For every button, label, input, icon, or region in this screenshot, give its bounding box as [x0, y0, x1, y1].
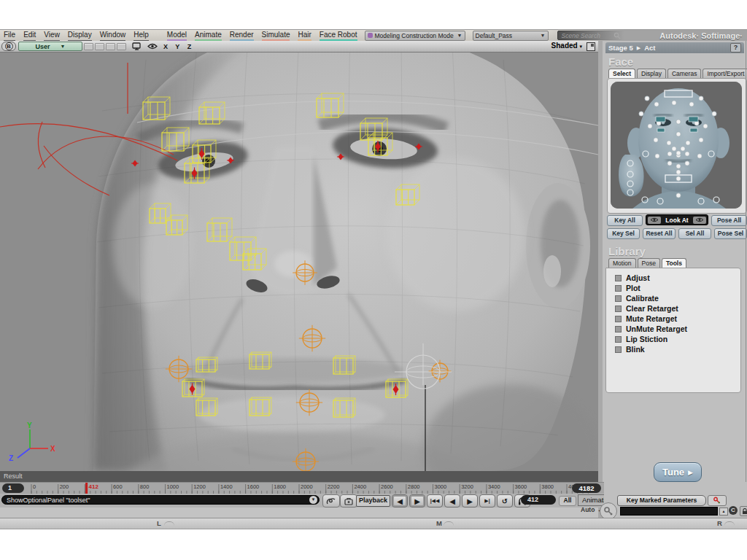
- control-box[interactable]: [333, 356, 355, 374]
- face-map-dot[interactable]: [712, 112, 716, 116]
- memo-cam-1[interactable]: [84, 43, 93, 50]
- rotate-gizmo[interactable]: [296, 389, 322, 416]
- face-map-dot[interactable]: [676, 132, 681, 136]
- viewport-maximize-icon[interactable]: [587, 42, 595, 51]
- face-map-dot[interactable]: [645, 96, 649, 101]
- library-item-lip-stiction[interactable]: Lip Stiction: [606, 334, 740, 344]
- face-map-controls[interactable]: [611, 82, 742, 209]
- face-map-bar-control[interactable]: [665, 90, 692, 97]
- control-box[interactable]: [360, 118, 387, 140]
- construction-mode-dropdown[interactable]: Modeling Construction Mode ▼: [365, 31, 465, 41]
- face-map-dot[interactable]: [685, 152, 689, 156]
- face-map-dot[interactable]: [648, 124, 652, 128]
- key-marked-parameters-button[interactable]: Key Marked Parameters: [617, 495, 706, 506]
- key-sel-button[interactable]: Key Sel: [607, 228, 640, 239]
- stage-bar[interactable]: Stage 5 ▶ Act ?: [605, 42, 744, 53]
- current-frame-field[interactable]: 412: [521, 495, 556, 505]
- viewport-camera-dropdown[interactable]: User ▼: [18, 42, 82, 51]
- library-item-clear-retarget[interactable]: Clear Retarget: [606, 303, 740, 314]
- library-tab-pose[interactable]: Pose: [638, 258, 660, 268]
- face-map-dot[interactable]: [655, 154, 659, 158]
- go-to-last-frame-button[interactable]: ▶|: [479, 494, 495, 508]
- control-box[interactable]: [207, 218, 232, 241]
- memo-cam-3[interactable]: [106, 43, 115, 50]
- face-map[interactable]: [611, 82, 742, 209]
- face-map-dot[interactable]: [703, 124, 708, 128]
- control-box[interactable]: [249, 352, 271, 369]
- face-map-dot[interactable]: [676, 151, 681, 155]
- face-map-dot[interactable]: [697, 154, 702, 158]
- face-map-ring[interactable]: [713, 197, 719, 203]
- frame-step-forward-button[interactable]: ▶: [409, 494, 425, 508]
- face-map-dot[interactable]: [676, 193, 681, 198]
- play-forward-button[interactable]: ▶: [462, 494, 478, 508]
- display-mode-dropdown[interactable]: Shaded ▾: [551, 42, 582, 50]
- menu-item-help[interactable]: Help: [133, 31, 149, 41]
- face-map-dot[interactable]: [672, 147, 676, 151]
- pose-sel-button[interactable]: Pose Sel: [714, 228, 747, 239]
- face-map-eyelid-control[interactable]: [657, 128, 665, 132]
- face-map-dot[interactable]: [681, 147, 685, 151]
- face-map-dot[interactable]: [654, 138, 658, 142]
- face-map-dot[interactable]: [676, 164, 681, 168]
- control-box[interactable]: [243, 249, 266, 270]
- face-map-dot[interactable]: [699, 138, 703, 142]
- red-dot-marker[interactable]: [131, 160, 139, 167]
- all-button[interactable]: All: [559, 496, 576, 506]
- library-item-unmute-retarget[interactable]: UnMute Retarget: [606, 324, 740, 334]
- rotate-gizmo[interactable]: [166, 356, 192, 382]
- menu-item-hair[interactable]: Hair: [298, 31, 311, 41]
- cycle-icon[interactable]: C: [729, 506, 738, 515]
- face-map-dot[interactable]: [685, 161, 689, 166]
- key-marked-key-icon[interactable]: [708, 495, 727, 506]
- rotate-gizmo[interactable]: [293, 448, 319, 471]
- keyable-parameters-bar[interactable]: [620, 507, 718, 516]
- library-tab-motion[interactable]: Motion: [608, 258, 636, 268]
- face-map-eyelid-control[interactable]: [689, 117, 698, 122]
- previous-frame-button[interactable]: ◀: [444, 494, 460, 508]
- control-box[interactable]: [199, 102, 225, 124]
- face-map-dot[interactable]: [667, 161, 672, 166]
- face-map-dot[interactable]: [676, 176, 681, 181]
- menu-item-simulate[interactable]: Simulate: [262, 31, 290, 41]
- look-at-label[interactable]: Look At: [665, 217, 688, 224]
- menu-item-model[interactable]: Model: [167, 31, 187, 41]
- pass-dropdown[interactable]: Default_Pass ▼: [473, 31, 549, 41]
- control-box[interactable]: [386, 379, 408, 397]
- face-map-dot[interactable]: [686, 141, 690, 145]
- face-map-dot[interactable]: [654, 102, 659, 106]
- axis-filter-buttons[interactable]: X Y Z: [163, 43, 194, 50]
- face-map-ring[interactable]: [627, 181, 633, 187]
- tune-button[interactable]: Tune ▶: [654, 462, 702, 482]
- camera-icon[interactable]: [132, 42, 142, 50]
- face-map-eyelid-control[interactable]: [656, 117, 665, 122]
- face-map-dot[interactable]: [699, 96, 703, 101]
- menu-item-animate[interactable]: Animate: [195, 31, 222, 41]
- viewport-canvas[interactable]: Y X Z: [0, 52, 598, 471]
- control-box[interactable]: [333, 398, 355, 417]
- timeline-end-frame[interactable]: 4182: [572, 483, 601, 493]
- script-editor-icon[interactable]: [322, 494, 340, 508]
- control-box[interactable]: [396, 184, 419, 205]
- timeline-start-frame[interactable]: 1: [2, 483, 24, 493]
- red-dot-marker[interactable]: [337, 154, 344, 160]
- memo-cam-2[interactable]: [95, 43, 104, 50]
- menu-item-window[interactable]: Window: [100, 31, 126, 41]
- control-box[interactable]: [249, 397, 271, 416]
- menu-item-display[interactable]: Display: [68, 31, 92, 41]
- library-item-blink[interactable]: Blink: [606, 344, 740, 354]
- sel-all-button[interactable]: Sel All: [678, 228, 711, 239]
- command-line-input[interactable]: ShowOptionalPanel "toolset": [1, 495, 320, 505]
- lock-icon[interactable]: [740, 506, 747, 516]
- red-dot-marker[interactable]: [415, 144, 422, 150]
- face-map-dot[interactable]: [667, 141, 671, 145]
- library-item-calibrate[interactable]: Calibrate: [606, 293, 740, 303]
- rotate-gizmo[interactable]: [299, 325, 325, 351]
- library-item-mute-retarget[interactable]: Mute Retarget: [606, 314, 740, 324]
- rotate-gizmo[interactable]: [293, 260, 317, 285]
- tab-import-export[interactable]: Import/Export: [703, 69, 747, 78]
- pose-all-button[interactable]: Pose All: [711, 215, 747, 226]
- face-map-ring[interactable]: [657, 198, 663, 204]
- spinner-up-icon[interactable]: ▲: [719, 508, 728, 516]
- face-map-ring[interactable]: [643, 151, 649, 157]
